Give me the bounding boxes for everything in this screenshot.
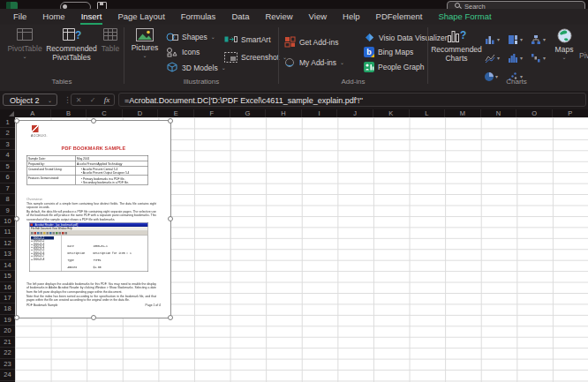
autosave-toggle[interactable] (60, 2, 91, 9)
row-header[interactable]: 8 (0, 194, 15, 205)
resize-handle-n[interactable] (91, 118, 96, 124)
column-header[interactable]: L (410, 109, 446, 117)
tab-shape-format[interactable]: Shape Format (430, 9, 499, 25)
column-header[interactable]: M (445, 109, 481, 117)
row-header[interactable]: 22 (0, 348, 15, 358)
resize-handle-w[interactable] (14, 216, 19, 221)
excel-logo-icon[interactable] (6, 2, 18, 9)
tab-data[interactable]: Data (223, 9, 257, 25)
tab-formulas[interactable]: Formulas (173, 9, 224, 25)
row-header[interactable]: 21 (0, 337, 15, 348)
enter-icon[interactable]: ✓ (90, 96, 96, 104)
bing-maps-label: Bing Maps (378, 48, 413, 56)
smartart-label: SmartArt (241, 35, 271, 44)
3d-models-button[interactable]: 3D Models ⌄ (166, 62, 226, 73)
bing-maps-icon: b (364, 47, 374, 57)
formula-input[interactable]: =Acrobat.Document.DC|'D:\PDF Excel\c4611… (118, 93, 586, 107)
line-chart-button[interactable]: ▾ (485, 50, 506, 65)
column-header[interactable]: P (553, 109, 588, 117)
row-header[interactable]: 6 (0, 172, 15, 183)
tab-review[interactable]: Review (257, 9, 300, 25)
save-icon[interactable] (97, 2, 107, 9)
column-header[interactable]: J (337, 109, 373, 117)
column-chart-button[interactable]: ▾ (485, 32, 506, 47)
search-input[interactable]: Search (447, 1, 585, 9)
people-graph-button[interactable]: People Graph (364, 62, 424, 72)
resize-handle-sw[interactable] (14, 315, 19, 320)
name-box[interactable]: Object 2 ⌄ (3, 94, 57, 106)
row-header[interactable]: 4 (0, 150, 15, 161)
row-header[interactable]: 12 (0, 238, 15, 249)
chevron-down-icon: ⌄ (562, 55, 566, 60)
tab-home[interactable]: Home (34, 9, 72, 25)
column-header[interactable]: H (266, 109, 302, 117)
bing-maps-button[interactable]: b Bing Maps (364, 47, 413, 57)
column-header[interactable]: C (87, 109, 123, 117)
pictures-button[interactable]: Pictures ⌄ (129, 28, 161, 58)
my-add-ins-button[interactable]: My Add-ins ⌄ (284, 57, 344, 68)
row-header[interactable]: 3 (0, 139, 15, 150)
pivottable-label: PivotTable (7, 45, 41, 54)
column-header[interactable]: O (516, 109, 553, 117)
resize-handle-ne[interactable] (168, 118, 173, 124)
column-header[interactable]: B (51, 109, 87, 117)
row-header[interactable]: 18 (0, 303, 15, 314)
select-all-corner[interactable] (0, 109, 15, 117)
shapes-icon (166, 32, 178, 42)
add-ins-group-label: Add-ins (313, 78, 393, 86)
column-header[interactable]: F (194, 109, 230, 117)
row-header[interactable]: 19 (0, 315, 15, 326)
table-button[interactable]: Table (99, 27, 122, 54)
tab-view[interactable]: View (301, 9, 335, 25)
smartart-button[interactable]: SmartArt (224, 34, 271, 44)
treemap-chart-button[interactable]: ▾ (508, 32, 529, 47)
get-add-ins-button[interactable]: Get Add-ins (284, 36, 338, 48)
tab-help[interactable]: Help (335, 9, 368, 25)
row-header[interactable]: 9 (0, 206, 15, 216)
pivotchart-button-partial[interactable]: Piv (579, 51, 588, 60)
icons-button[interactable]: Icons (166, 47, 200, 57)
row-header[interactable]: 11 (0, 227, 15, 237)
resize-handle-se[interactable] (168, 315, 173, 320)
column-header[interactable]: D (123, 109, 159, 117)
histogram-chart-icon (508, 53, 518, 64)
maps-button[interactable]: Maps ⌄ (551, 28, 577, 60)
row-header[interactable]: 24 (0, 370, 15, 380)
row-header[interactable]: 1 (0, 117, 15, 128)
row-header[interactable]: 16 (0, 282, 15, 293)
row-header[interactable]: 7 (0, 184, 15, 194)
row-header[interactable]: 13 (0, 249, 15, 259)
row-header[interactable]: 14 (0, 260, 15, 271)
resize-handle-e[interactable] (168, 216, 173, 221)
row-header[interactable]: 17 (0, 293, 15, 303)
resize-handle-s[interactable] (91, 315, 96, 320)
row-header[interactable]: 5 (0, 161, 15, 172)
hierarchy-chart-button[interactable]: ▾ (531, 32, 552, 47)
insert-function-icon[interactable]: fx (104, 95, 110, 104)
tab-insert[interactable]: Insert (73, 9, 110, 25)
histogram-chart-button[interactable]: ▾ (508, 50, 529, 65)
cancel-icon[interactable]: ✕ (76, 96, 82, 104)
column-header[interactable]: G (230, 109, 267, 117)
row-header[interactable]: 2 (0, 128, 15, 139)
row-header[interactable]: 10 (0, 216, 15, 227)
tab-file[interactable]: File (5, 9, 34, 25)
recommended-pivottables-button[interactable]: ? Recommended PivotTables (45, 27, 98, 62)
resize-handle-nw[interactable] (14, 118, 19, 124)
pivottable-button[interactable]: PivotTable ⌄ (5, 27, 44, 59)
column-header[interactable]: N (481, 109, 517, 117)
shapes-button[interactable]: Shapes ⌄ (166, 32, 215, 42)
embedded-pdf-object[interactable]: ACCELIO. PDF BOOKMARK SAMPLE Sample Date… (17, 121, 170, 318)
column-header[interactable]: K (373, 109, 410, 117)
recommended-charts-button[interactable]: ? Recommended Charts (432, 28, 481, 63)
info-value: Accelio Present Applied Technology (76, 161, 148, 167)
tab-pdfelement[interactable]: PDFelement (368, 9, 431, 25)
column-header[interactable]: I (302, 109, 338, 117)
column-header[interactable]: E (158, 109, 194, 117)
row-header[interactable]: 15 (0, 271, 15, 281)
tab-page-layout[interactable]: Page Layout (109, 9, 172, 25)
row-header[interactable]: 23 (0, 359, 15, 370)
column-header[interactable]: A (15, 109, 51, 117)
row-header[interactable]: 20 (0, 326, 15, 336)
waterfall-chart-button[interactable]: ▾ (531, 50, 552, 65)
